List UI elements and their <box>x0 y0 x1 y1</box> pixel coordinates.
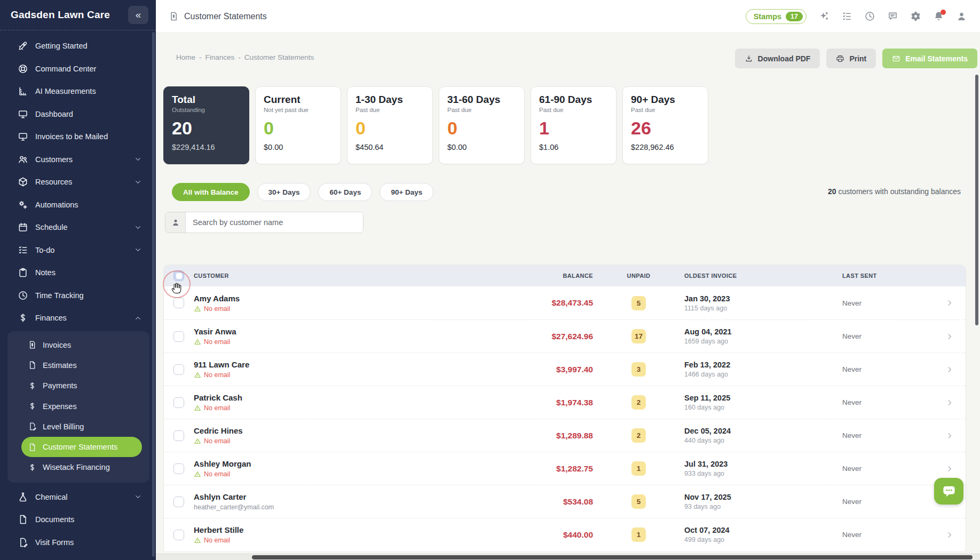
sidebar-item-schedule[interactable]: Schedule <box>0 216 156 239</box>
row-checkbox-cell <box>164 497 194 507</box>
chevron-up-icon <box>134 314 142 322</box>
cube-icon <box>18 177 28 187</box>
summary-card-1-30-days[interactable]: 1-30 DaysPast due0$450.64 <box>347 86 433 164</box>
oldest-invoice-cell: Dec 05, 2024440 days ago <box>684 427 842 444</box>
sidebar-item-finances[interactable]: Finances <box>0 307 156 330</box>
sidebar-item-customer-statements[interactable]: Customer Statements <box>21 437 142 457</box>
breadcrumb-home[interactable]: Home <box>176 53 195 61</box>
chevron-right-icon[interactable] <box>945 299 954 307</box>
summary-card-31-60-days[interactable]: 31-60 DaysPast due0$0.00 <box>439 86 525 164</box>
sidebar-scrollbar[interactable] <box>152 32 155 557</box>
row-checkbox[interactable] <box>173 397 184 408</box>
oldest-invoice-date: Jan 30, 2023 <box>684 294 842 303</box>
table-row-patrick-cash[interactable]: Patrick CashNo email$1,974.382Sep 11, 20… <box>164 386 966 419</box>
sidebar-item-label: Expenses <box>43 402 136 411</box>
chevron-right-icon[interactable] <box>945 332 954 341</box>
sidebar-item-wisetack-financing[interactable]: Wisetack Financing <box>21 457 142 477</box>
sparkles-icon[interactable] <box>818 11 829 22</box>
sidebar-item-payments[interactable]: Payments <box>21 375 142 396</box>
sidebar-item-invoices[interactable]: Invoices <box>21 335 142 355</box>
sidebar-item-notes[interactable]: Notes <box>0 261 156 284</box>
oldest-invoice-age: 160 days ago <box>684 404 842 411</box>
unpaid-count-badge: 1 <box>631 527 646 542</box>
sidebar-item-time-tracking[interactable]: Time Tracking <box>0 284 156 307</box>
card-subtitle: Past due <box>631 107 700 113</box>
table-row-cedric-hines[interactable]: Cedric HinesNo email$1,289.882Dec 05, 20… <box>164 419 966 452</box>
chevron-right-icon[interactable] <box>945 431 954 440</box>
row-checkbox[interactable] <box>173 530 184 540</box>
oldest-invoice-cell: Sep 11, 2025160 days ago <box>684 394 842 411</box>
table-row-ashley-morgan[interactable]: Ashley MorganNo email$1,282.751Jul 31, 2… <box>164 452 966 485</box>
sidebar-item-visit-forms[interactable]: Visit Forms <box>0 531 156 554</box>
search-input[interactable] <box>186 212 363 233</box>
card-subtitle: Outstanding <box>172 107 241 113</box>
sidebar-item-resources[interactable]: Resources <box>0 171 156 194</box>
chat-fab-button[interactable] <box>934 478 963 505</box>
chevron-right-icon[interactable] <box>945 531 954 539</box>
sidebar-item-ai-measurements[interactable]: AI Measurements <box>0 80 156 103</box>
bell-icon[interactable] <box>933 11 944 22</box>
gear-icon[interactable] <box>910 11 921 22</box>
last-sent-value: Never <box>842 398 932 406</box>
filter-pill-60-days[interactable]: 60+ Days <box>318 183 372 201</box>
sidebar-item-label: Invoices to be Mailed <box>35 132 142 141</box>
summary-card-total[interactable]: TotalOutstanding20$229,414.16 <box>163 86 249 164</box>
vertical-scrollbar-thumb[interactable] <box>975 75 978 325</box>
sidebar-item-command-center[interactable]: Command Center <box>0 58 156 81</box>
chevron-right-icon[interactable] <box>945 365 954 374</box>
row-checkbox[interactable] <box>173 331 184 342</box>
table-row-yasir-anwa[interactable]: Yasir AnwaNo email$27,624.9617Aug 04, 20… <box>164 319 966 353</box>
customer-count-suffix: customers with outstanding balances <box>836 187 961 196</box>
sidebar-item-getting-started[interactable]: Getting Started <box>0 35 156 58</box>
stamps-pill[interactable]: Stamps 17 <box>746 9 807 24</box>
sidebar-item-level-billing[interactable]: Level Billing <box>21 417 142 437</box>
chat-icon[interactable] <box>887 11 898 22</box>
print-button[interactable]: Print <box>826 49 876 68</box>
sidebar-item-expenses[interactable]: Expenses <box>21 396 142 416</box>
row-checkbox[interactable] <box>173 497 184 507</box>
sidebar-item-to-do[interactable]: To-do <box>0 239 156 262</box>
sidebar-item-invoices-to-be-mailed[interactable]: Invoices to be Mailed <box>0 125 156 148</box>
sidebar-item-documents[interactable]: Documents <box>0 508 156 531</box>
clock-icon[interactable] <box>864 11 875 22</box>
sidebar-item-customers[interactable]: Customers <box>0 148 156 171</box>
horizontal-scrollbar-thumb[interactable] <box>252 555 973 559</box>
tasks-icon[interactable] <box>841 11 852 22</box>
row-checkbox[interactable] <box>173 298 184 308</box>
card-count: 20 <box>172 118 241 138</box>
sidebar-collapse-button[interactable]: « <box>128 6 148 24</box>
breadcrumb-finances[interactable]: Finances <box>206 53 235 61</box>
row-checkbox[interactable] <box>173 463 184 474</box>
balance-value: $440.00 <box>492 530 593 540</box>
sidebar-item-chemical[interactable]: Chemical <box>0 486 156 509</box>
warning-icon <box>194 470 201 478</box>
sidebar-item-dashboard[interactable]: Dashboard <box>0 103 156 126</box>
table-row-herbert-stille[interactable]: Herbert StilleNo email$440.001Oct 07, 20… <box>164 518 966 551</box>
customer-cell: Herbert StilleNo email <box>194 525 492 544</box>
select-all-checkbox[interactable] <box>173 270 184 281</box>
chevron-right-icon[interactable] <box>945 465 954 473</box>
customer-cell: Yasir AnwaNo email <box>194 327 492 346</box>
users-icon <box>18 154 28 165</box>
summary-card-90-days[interactable]: 90+ DaysPast due26$228,962.46 <box>622 86 708 164</box>
customer-email: No email <box>194 371 492 379</box>
row-checkbox[interactable] <box>173 430 184 441</box>
row-checkbox[interactable] <box>173 364 184 375</box>
table-row-911-lawn-care[interactable]: 911 Lawn CareNo email$3,997.403Feb 13, 2… <box>164 353 966 386</box>
table-row-ashlyn-carter[interactable]: Ashlyn Carterheather_carter@ymail.com$53… <box>164 485 966 518</box>
customer-email: No email <box>194 338 492 346</box>
summary-card-61-90-days[interactable]: 61-90 DaysPast due1$1.06 <box>531 86 617 164</box>
sidebar-item-estimates[interactable]: Estimates <box>21 355 142 375</box>
no-email-label: No email <box>204 371 230 379</box>
download-pdf-button[interactable]: Download PDF <box>735 49 820 68</box>
profile-icon[interactable] <box>956 11 967 22</box>
sidebar-item-automations[interactable]: Automations <box>0 194 156 217</box>
summary-card-current[interactable]: CurrentNot yet past due0$0.00 <box>255 86 341 164</box>
filter-pill-90-days[interactable]: 90+ Days <box>380 183 433 201</box>
chevron-right-icon[interactable] <box>945 398 954 407</box>
email-statements-button[interactable]: Email Statements <box>882 49 977 68</box>
card-subtitle: Not yet past due <box>264 107 333 113</box>
filter-pill-30-days[interactable]: 30+ Days <box>257 183 311 201</box>
filter-pill-all-with-balance[interactable]: All with Balance <box>172 183 250 201</box>
table-row-amy-adams[interactable]: Amy AdamsNo email$28,473.455Jan 30, 2023… <box>164 286 966 319</box>
